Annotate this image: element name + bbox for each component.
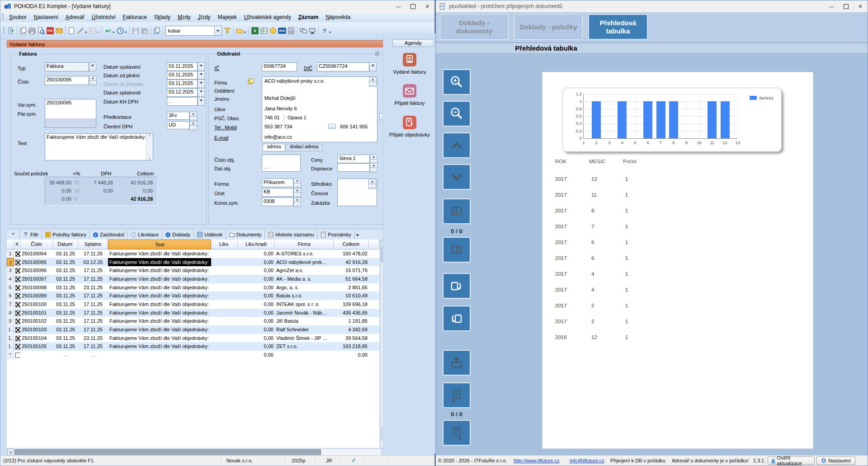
rotate-right-button[interactable] [443,273,471,299]
cell-text[interactable]: Fakturujeme Vám zboží dle Vaší objednávk… [108,300,211,309]
objednavka-box[interactable]: . . [262,155,301,172]
cell-celkem[interactable]: 39 564,58 [334,334,369,343]
next-attachment-button[interactable] [443,420,471,446]
brush-dropdown-icon[interactable]: ▼ [85,31,88,34]
next-document-button[interactable] [443,237,471,263]
zoom-in-button[interactable] [443,69,471,95]
cell-celkem[interactable]: 42 916,28 [334,258,369,267]
menu-item[interactable]: Soubor [5,13,30,22]
text-textarea[interactable]: Fakturujeme Vám zboží dle Vaší objednávk… [45,133,153,160]
tab-filtr[interactable]: Filtr [20,230,42,240]
cell-text[interactable]: Fakturujeme Vám zboží dle Vaší objednávk… [108,292,211,300]
cell-chk[interactable] [14,309,20,317]
update-check-button[interactable]: Ověřit aktualizace [768,457,815,465]
cell-likv_hradi[interactable]: 0,00 [238,325,275,334]
cell-text[interactable]: Fakturujeme Vám zboží dle Vaší objednávk… [108,317,211,325]
dat-obj-value[interactable]: . . [264,164,269,169]
cell-n[interactable]: 3 [7,266,14,275]
cell-celkem[interactable]: 193 218,85 [334,342,369,351]
cell-cislo[interactable]: 250100101 [20,309,53,317]
cell-chk[interactable] [14,249,20,258]
cell-likv_hradi[interactable]: 0,00 [238,275,275,283]
grid-dropdown-icon[interactable]: ▼ [97,31,100,34]
cell-n[interactable]: 7 [7,300,14,309]
invoice-row[interactable]: 525010009803.11.2523.11.25Fakturujeme Vá… [7,283,379,292]
column-header-cislo[interactable]: Číslo [20,240,53,249]
grid-disabled-icon[interactable] [88,26,97,35]
cell-datum[interactable]: 03.11.25 [53,249,78,258]
print-icon[interactable] [28,26,37,35]
firma-value[interactable]: ACO nábytkové prvky s.r.o. [264,78,325,84]
cell-datum[interactable]: 03.11.25 [53,283,78,292]
cell-likv_hradi[interactable]: 0,00 [238,283,275,292]
cell-likv[interactable] [211,275,238,283]
predkontace-input[interactable]: 3Fv [167,112,189,120]
cell-n[interactable]: 12 [7,342,14,351]
cell-text[interactable]: Fakturujeme Vám zboží dle Vaší objednávk… [108,266,211,275]
cell-likv_hradi[interactable]: 0,00 [238,258,275,267]
at-icon[interactable]: @ [374,51,381,56]
status-user[interactable]: JR [326,458,332,463]
calculator-icon[interactable] [287,26,296,35]
ic-label[interactable]: IČ [214,66,219,71]
cell-firma[interactable]: Ralf Schneider [275,325,334,334]
cell-text[interactable]: Fakturujeme Vám zboží dle Vaší objednávk… [108,309,211,317]
cell-chk[interactable] [14,283,20,292]
typ-select[interactable]: Faktura [45,62,89,71]
toolbar-grip[interactable] [3,27,5,34]
invoice-row[interactable]: *. .. .0,000,00 [7,351,379,359]
obec-value[interactable]: Opava 1 [288,115,307,120]
tab-dokumenty[interactable]: Dokumenty [226,230,265,240]
page-down-button[interactable] [443,164,471,190]
cell-firma[interactable]: ACO nábytkové prvk… [275,258,334,267]
page-up-button[interactable] [443,132,471,158]
cell-chk[interactable] [14,266,20,275]
tel-label[interactable]: Tel , Mobil [214,125,237,130]
hscroll-left-icon[interactable]: ◄ [7,449,14,455]
cell-datum[interactable]: 03.11.25 [53,334,78,343]
date-dropdown-icon[interactable] [198,71,205,80]
konst-select[interactable]: 0308 [262,198,293,206]
date-input[interactable]: 03.11.2025 [167,71,198,80]
cell-text[interactable]: Fakturujeme Vám zboží dle Vaší objednávk… [108,249,211,258]
send-mail-icon[interactable] [55,26,64,35]
psc-value[interactable]: 746 01 [264,115,280,120]
date-input[interactable]: 03.11.2025 [167,80,198,88]
cell-splatno[interactable]: 17.11.25 [78,342,108,351]
cell-splatno[interactable]: 17.11.25 [78,317,108,325]
cell-celkem[interactable]: 1 191,85 [334,317,369,325]
maximize-icon[interactable] [839,0,853,12]
cell-likv_hradi[interactable]: 0,00 [238,249,275,258]
predkontace-more-icon[interactable]: … [189,116,197,121]
tab-poznamky[interactable]: Poznámky [317,230,354,240]
ic-input[interactable]: 55967724 [262,62,297,71]
row-checkbox[interactable] [15,268,20,273]
cell-firma[interactable] [275,351,334,359]
scroll-down-icon[interactable]: ▼ [146,157,153,160]
cell-chk[interactable] [14,300,20,309]
invoice-row[interactable]: 225010009503.11.2503.12.25Fakturujeme Vá… [7,258,379,267]
cell-likv_hradi[interactable]: 0,00 [238,342,275,351]
cell-datum[interactable]: 03.11.25 [53,342,78,351]
cell-splatno[interactable]: 17.11.25 [78,275,108,283]
row-checkbox[interactable] [15,302,20,307]
cell-text[interactable]: Fakturujeme Vám zboží dle Vaší objednávk… [108,275,211,283]
column-header-n[interactable] [7,240,14,249]
cell-splatno[interactable]: 17.11.25 [78,249,108,258]
cell-celkem[interactable]: 51 664,58 [334,275,369,283]
folder-icon[interactable] [235,26,244,35]
forma-select[interactable]: Příkazem [262,179,293,187]
cell-text[interactable] [108,351,211,359]
cell-celkem[interactable]: 150 478,02 [334,249,369,258]
agenda-prijate-faktury-label[interactable]: Přijaté faktury [387,100,432,106]
column-header-firma[interactable]: Firma [275,240,334,249]
row-checkbox[interactable] [15,277,20,282]
export-document-button[interactable] [443,350,471,376]
tab-doklady-polozky[interactable]: Doklady - položky [514,14,583,40]
row-checkbox[interactable] [15,311,20,316]
cell-likv[interactable] [211,317,238,325]
cell-splatno[interactable]: . . [78,351,108,359]
cell-datum[interactable]: 03.11.25 [53,309,78,317]
undo-icon[interactable]: ↩ [104,26,113,35]
cell-chk[interactable] [14,325,20,334]
